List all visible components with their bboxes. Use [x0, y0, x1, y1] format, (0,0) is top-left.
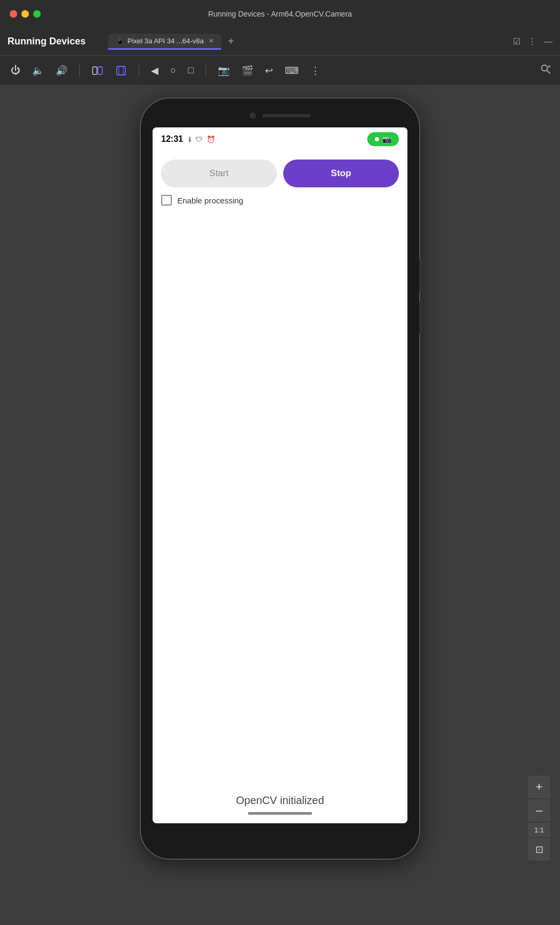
camera-active-dot [375, 137, 379, 141]
keyboard-button[interactable]: ⌨ [283, 63, 301, 79]
speaker-bar [262, 114, 311, 117]
phone-screen: 12:31 ℹ 🛡 ⏰ 📷 Start Stop [153, 127, 407, 823]
svg-rect-1 [98, 67, 102, 74]
title-bar: Running Devices - Arm64.OpenCV.Camera [0, 0, 560, 28]
camera-toggle-icon: 📷 [382, 135, 391, 143]
stop-button[interactable]: Stop [283, 160, 399, 187]
toolbar: ⏻ 🔈 🔊 ◀ ○ □ 📷 🎬 ↩ ⌨ ⋮ [0, 56, 560, 86]
phone-side-button-mid [419, 302, 422, 334]
phone-top-bar [141, 98, 419, 127]
layout1-button[interactable] [89, 63, 105, 79]
zoom-out-button[interactable]: – [528, 799, 550, 822]
svg-rect-0 [93, 67, 97, 74]
start-button[interactable]: Start [161, 160, 277, 187]
recents-button[interactable]: □ [186, 63, 196, 78]
tab-minimize-icon[interactable]: — [544, 37, 553, 47]
maximize-button[interactable] [33, 10, 41, 18]
tab-close-icon[interactable]: ✕ [209, 37, 214, 44]
screenshot-button[interactable]: 📷 [216, 63, 232, 79]
zoom-fit-button[interactable]: ⊡ [528, 838, 550, 861]
status-icons: ℹ 🛡 ⏰ [188, 135, 215, 143]
svg-point-4 [542, 65, 548, 71]
home-indicator [248, 812, 312, 815]
back-button[interactable]: ◀ [149, 63, 161, 79]
tab-actions: ☑ ⋮ — [513, 36, 553, 47]
clock-icon: ⏰ [207, 135, 215, 143]
traffic-lights [10, 10, 41, 18]
enable-processing-label: Enable processing [177, 196, 243, 205]
zoom-controls: + – 1:1 ⊡ [528, 776, 550, 861]
close-button[interactable] [10, 10, 17, 18]
tab-label: Pixel 3a API 34 ...64-v8a [127, 37, 203, 45]
enable-processing-row: Enable processing [161, 195, 399, 206]
screen-body [161, 213, 399, 777]
camera-dot [249, 112, 256, 119]
toolbar-search-icon[interactable] [540, 63, 551, 78]
camera-toggle-area: 📷 [367, 132, 399, 146]
tab-add-button[interactable]: + [228, 35, 234, 48]
status-time: 12:31 [161, 134, 183, 144]
window-title: Running Devices - Arm64.OpenCV.Camera [208, 10, 352, 18]
tab-more-icon[interactable]: ⋮ [528, 36, 536, 47]
info-icon: ℹ [188, 135, 191, 143]
zoom-in-button[interactable]: + [528, 776, 550, 798]
layout2-button[interactable] [113, 63, 129, 79]
phone-side-button-top [419, 259, 422, 291]
toolbar-separator-1 [79, 64, 80, 77]
screenrecord-button[interactable]: 🎬 [239, 63, 255, 79]
opencv-status-message: OpenCV initialized [236, 794, 324, 807]
app-content: Start Stop Enable processing [153, 151, 407, 786]
enable-processing-checkbox[interactable] [161, 195, 172, 206]
sidebar-title: Running Devices [7, 36, 104, 47]
toolbar-more-button[interactable]: ⋮ [308, 63, 322, 79]
svg-rect-6 [548, 65, 550, 67]
svg-rect-3 [119, 66, 123, 75]
volume-up-button[interactable]: 🔊 [54, 63, 70, 79]
rotate-button[interactable]: ↩ [263, 63, 275, 79]
device-tab[interactable]: 📱 Pixel 3a API 34 ...64-v8a ✕ [108, 34, 221, 50]
toolbar-separator-2 [139, 64, 139, 77]
tab-device-icon: 📱 [116, 37, 124, 45]
volume-down-button[interactable]: 🔈 [30, 63, 46, 79]
home-button[interactable]: ○ [168, 63, 178, 78]
shield-icon: 🛡 [195, 135, 202, 143]
minimize-button[interactable] [21, 10, 29, 18]
action-buttons-row: Start Stop [161, 160, 399, 187]
svg-line-5 [547, 71, 550, 74]
camera-toggle[interactable]: 📷 [367, 132, 399, 146]
zoom-ratio-label: 1:1 [528, 823, 550, 837]
status-bar: 12:31 ℹ 🛡 ⏰ 📷 [153, 127, 407, 151]
main-area: 12:31 ℹ 🛡 ⏰ 📷 Start Stop [0, 86, 560, 925]
toolbar-separator-3 [206, 64, 206, 77]
screen-bottom: OpenCV initialized [153, 786, 407, 823]
power-button[interactable]: ⏻ [9, 63, 22, 78]
phone-frame: 12:31 ℹ 🛡 ⏰ 📷 Start Stop [141, 98, 419, 859]
tab-bar: Running Devices 📱 Pixel 3a API 34 ...64-… [0, 28, 560, 56]
svg-rect-2 [117, 66, 125, 75]
tab-checkbox-icon[interactable]: ☑ [513, 36, 520, 47]
